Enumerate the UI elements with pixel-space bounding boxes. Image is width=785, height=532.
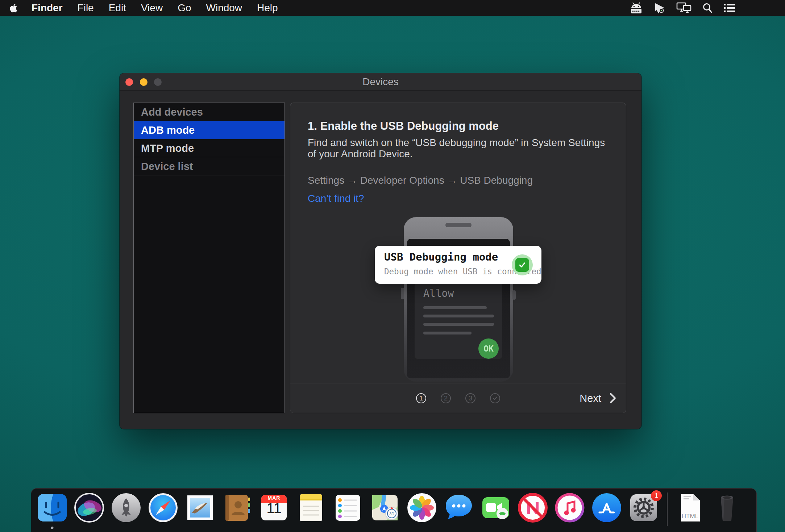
step-indicator-done-icon xyxy=(490,393,500,403)
window-title: Devices xyxy=(120,73,641,91)
session-list-icon[interactable] xyxy=(723,3,736,13)
menu-go[interactable]: Go xyxy=(178,2,191,14)
html-file-label: HTML xyxy=(675,513,705,520)
skeleton-line xyxy=(423,306,487,309)
sidebar: Add devices ADB mode MTP mode Device lis… xyxy=(133,103,285,413)
dock-reminders[interactable] xyxy=(333,492,363,523)
finder-running-indicator xyxy=(51,527,54,529)
title-bar[interactable]: Devices xyxy=(120,73,641,91)
dock-separator xyxy=(667,492,668,526)
checkbox-checked-icon xyxy=(515,258,529,272)
settings-path: Settings → Developer Options → USB Debug… xyxy=(308,175,533,186)
phone-speaker xyxy=(445,223,472,227)
dock-system-preferences[interactable]: 1 xyxy=(628,492,659,523)
sidebar-item-adb-mode[interactable]: ADB mode xyxy=(134,121,284,139)
toggle-title: USB Debugging mode xyxy=(384,251,498,263)
desktop: Finder File Edit View Go Window Help xyxy=(0,0,785,532)
next-label: Next xyxy=(580,392,601,404)
dock-safari[interactable] xyxy=(148,492,178,523)
skeleton-line xyxy=(423,315,494,317)
dock-contacts[interactable] xyxy=(222,492,252,523)
dock-trash[interactable] xyxy=(712,492,742,523)
menu-bar: Finder File Edit View Go Window Help xyxy=(0,0,785,16)
devices-window: Devices Add devices ADB mode MTP mode De… xyxy=(120,73,641,429)
step-indicator-1: 1 xyxy=(416,393,426,403)
apple-menu-icon[interactable] xyxy=(9,3,18,13)
android-device-icon[interactable] xyxy=(630,2,643,14)
wizard-footer: 1 2 3 Next xyxy=(290,383,626,413)
menu-window[interactable]: Window xyxy=(206,2,242,14)
skeleton-line xyxy=(423,332,472,334)
toggle-check-circle xyxy=(512,254,533,275)
content-panel: 1. Enable the USB Debugging mode Find an… xyxy=(290,103,626,413)
dock-photos[interactable] xyxy=(407,492,437,523)
phone-side-button-left xyxy=(401,288,404,299)
screen-mirror-play-icon[interactable] xyxy=(654,2,665,14)
step-title: 1. Enable the USB Debugging mode xyxy=(308,120,499,133)
chevron-right-icon xyxy=(609,393,616,404)
dock-news[interactable] xyxy=(518,492,548,523)
step-indicators: 1 2 3 xyxy=(416,393,500,403)
dock: MAR 11 xyxy=(31,488,757,532)
dock-itunes[interactable] xyxy=(555,492,585,523)
dock-messages[interactable] xyxy=(444,492,474,523)
menu-bar-status-icons xyxy=(630,0,736,16)
cant-find-it-link[interactable]: Can’t find it? xyxy=(308,193,364,204)
svg-text:3D: 3D xyxy=(389,512,394,516)
menu-edit[interactable]: Edit xyxy=(109,2,126,14)
dialog-title: Allow xyxy=(423,287,454,299)
dock-html-file[interactable]: HTML xyxy=(675,492,705,523)
menu-finder[interactable]: Finder xyxy=(32,2,63,14)
step-description: Find and switch on the “USB debugging mo… xyxy=(308,137,609,159)
usb-debugging-toggle-card: USB Debugging mode Debug mode when USB i… xyxy=(375,246,541,284)
menu-help[interactable]: Help xyxy=(257,2,278,14)
dock-launchpad[interactable] xyxy=(111,492,141,523)
sidebar-item-mtp-mode[interactable]: MTP mode xyxy=(134,139,284,157)
phone-side-button-right xyxy=(512,290,516,300)
step-indicator-2: 2 xyxy=(441,393,451,403)
dock-calendar[interactable]: MAR 11 xyxy=(259,492,289,523)
menu-file[interactable]: File xyxy=(78,2,94,14)
phone-allow-dialog: Allow OK xyxy=(415,282,502,359)
sidebar-header-add-devices: Add devices xyxy=(134,103,284,121)
dialog-ok-button: OK xyxy=(478,338,499,359)
dock-mail[interactable] xyxy=(185,492,215,523)
skeleton-line xyxy=(423,323,494,326)
menu-view[interactable]: View xyxy=(141,2,163,14)
connected-displays-icon[interactable] xyxy=(676,2,691,14)
dock-siri[interactable] xyxy=(74,492,104,523)
dock-notes[interactable] xyxy=(296,492,326,523)
sidebar-item-device-list[interactable]: Device list xyxy=(134,157,284,175)
search-icon[interactable] xyxy=(702,3,713,13)
calendar-day: 11 xyxy=(259,500,289,516)
phone-illustration: Allow OK xyxy=(404,217,513,382)
dock-maps[interactable]: 3D xyxy=(370,492,400,523)
notification-badge: 1 xyxy=(651,490,662,501)
next-button[interactable]: Next xyxy=(580,392,616,404)
dock-app-store[interactable] xyxy=(591,492,622,523)
dock-facetime[interactable] xyxy=(481,492,511,523)
dock-finder[interactable] xyxy=(37,492,67,523)
step-indicator-3: 3 xyxy=(465,393,475,403)
